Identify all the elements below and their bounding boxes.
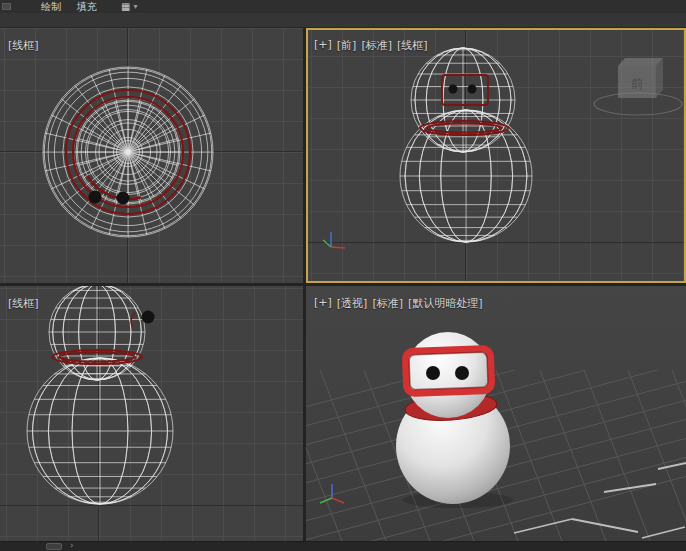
wireframe-sphere [27, 358, 173, 504]
view-standard-label[interactable]: [标准] [361, 38, 392, 53]
ribbon-tab-object-paint[interactable]: 绘制 [41, 0, 61, 13]
y-axis-line [323, 240, 331, 247]
model-left-view[interactable] [27, 286, 173, 504]
x-axis-line [331, 247, 345, 248]
viewport-perspective[interactable]: [+] [透视] [标准] [默认明暗处理] [306, 286, 686, 541]
max-window: 绘制 填充 ▦ ▾ [线框] [0, 0, 686, 551]
wireframe-sphere-top [76, 100, 180, 204]
clipped-ribbon-icon [2, 3, 11, 10]
trackbar-handle[interactable] [46, 543, 62, 550]
view-standard-label[interactable]: [标准] [372, 296, 403, 311]
viewport-label-row: [线框] [8, 38, 39, 53]
viewport-grid: [线框] 前 [0, 28, 686, 541]
highlight-edge [514, 519, 572, 533]
viewcube-front-label[interactable]: 前 [631, 76, 644, 91]
status-bar: › [0, 541, 686, 551]
ribbon-tab-populate[interactable]: 填充 [77, 0, 97, 13]
shading-label[interactable]: [线框] [397, 38, 428, 53]
viewcube-top-face[interactable] [618, 58, 663, 66]
ribbon-bar: 绘制 填充 ▦ ▾ [0, 0, 686, 13]
eye-right[interactable] [455, 366, 469, 380]
viewport-label-row: [+] [透视] [标准] [默认明暗处理] [314, 296, 483, 311]
viewport-top[interactable]: [线框] [0, 28, 303, 283]
snowman-head[interactable] [405, 332, 491, 418]
toolbar-strip [0, 13, 686, 28]
left-view-canvas [0, 286, 303, 541]
shading-label[interactable]: [默认明暗处理] [408, 296, 483, 311]
viewport-left[interactable]: [线框] [0, 286, 303, 541]
eye-top-left [89, 191, 102, 204]
trackbar-expand-icon[interactable]: › [70, 540, 74, 550]
eye-front-right [468, 85, 477, 94]
viewport-label-row: [+] [前] [标准] [线框] [314, 38, 428, 53]
wireframe-sphere [411, 48, 515, 152]
viewport-menu-button[interactable]: [+] [314, 38, 332, 53]
shading-label[interactable]: [线框] [8, 296, 39, 311]
viewcube[interactable]: 前 [594, 58, 682, 115]
shading-label[interactable]: [线框] [8, 38, 39, 53]
eye-left-view [142, 311, 155, 324]
viewport-label-row: [线框] [8, 296, 39, 311]
eye-left[interactable] [426, 366, 440, 380]
front-view-canvas: 前 [306, 28, 686, 283]
eye-front-left [449, 85, 458, 94]
view-name-label[interactable]: [透视] [337, 296, 368, 311]
model-top-view[interactable] [43, 67, 213, 237]
x-axis-line [332, 498, 344, 503]
perspective-canvas [306, 286, 686, 541]
viewport-menu-button[interactable]: [+] [314, 296, 332, 311]
chevron-down-icon[interactable]: ▾ [133, 0, 137, 13]
highlight-edge [642, 527, 685, 538]
model-front-view[interactable] [400, 48, 532, 242]
top-view-canvas [0, 28, 303, 283]
highlight-edge [572, 519, 638, 532]
wireframe-sphere [400, 110, 532, 242]
eye-top-right [117, 192, 130, 205]
neck-ring-front [420, 121, 508, 135]
ribbon-display-icon[interactable]: ▦ [121, 0, 130, 13]
axis-tripod [323, 232, 345, 248]
view-name-label[interactable]: [前] [337, 38, 357, 53]
viewport-front[interactable]: 前 [+] [前] [标准] [线框] [306, 28, 686, 283]
